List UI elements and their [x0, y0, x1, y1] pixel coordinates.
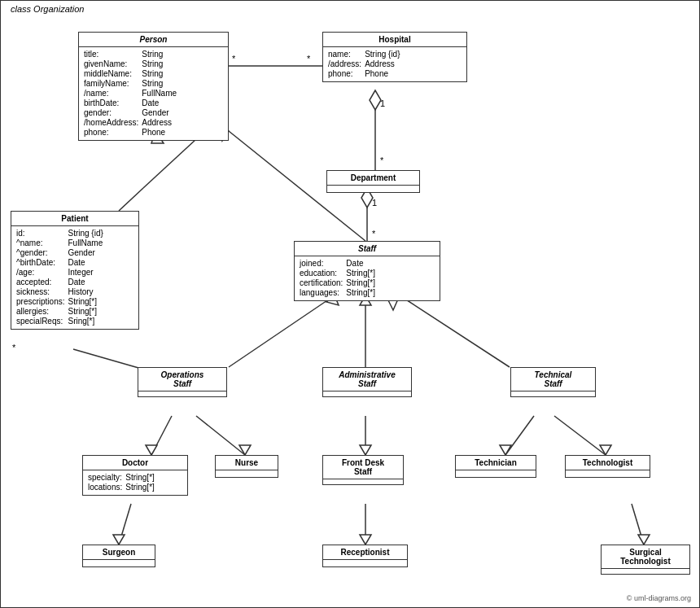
patient-header: Patient: [11, 212, 138, 226]
diagram-title: class Organization: [7, 4, 88, 14]
svg-text:*: *: [232, 54, 236, 63]
operations-staff-body: [138, 391, 226, 396]
department-class: Department: [326, 170, 420, 193]
front-desk-header: Front DeskStaff: [323, 456, 403, 479]
svg-text:*: *: [380, 155, 384, 165]
staff-header: Staff: [295, 242, 440, 256]
technical-staff-body: [511, 391, 595, 396]
nurse-body: [216, 470, 278, 477]
svg-marker-37: [638, 535, 650, 545]
staff-body: joined:Date education:String[*] certific…: [295, 256, 440, 300]
technician-class: Technician: [455, 455, 536, 478]
receptionist-class: Receptionist: [322, 545, 408, 567]
operations-staff-header: OperationsStaff: [138, 368, 226, 391]
patient-class: Patient id:String {id} ^name:FullName ^g…: [11, 211, 139, 330]
technician-body: [456, 470, 536, 477]
admin-staff-header: AdministrativeStaff: [323, 368, 411, 391]
svg-line-36: [632, 504, 644, 545]
svg-line-24: [196, 416, 245, 455]
person-header: Person: [79, 33, 228, 47]
person-body: title:String givenName:String middleName…: [79, 47, 228, 140]
svg-line-32: [119, 504, 131, 545]
svg-line-11: [119, 188, 143, 211]
patient-body: id:String {id} ^name:FullName ^gender:Ge…: [11, 226, 138, 329]
svg-marker-25: [239, 445, 251, 455]
staff-class: Staff joined:Date education:String[*] ce…: [294, 241, 440, 301]
surgeon-body: [83, 560, 155, 566]
svg-line-12: [143, 139, 196, 188]
svg-marker-23: [146, 445, 157, 455]
svg-marker-29: [500, 445, 511, 455]
hospital-header: Hospital: [323, 33, 466, 47]
svg-text:*: *: [372, 229, 376, 238]
svg-text:1: 1: [372, 198, 377, 208]
footer: © uml-diagrams.org: [627, 594, 691, 602]
svg-text:*: *: [12, 343, 16, 352]
hospital-body: name:String {id} /address:Address phone:…: [323, 47, 466, 81]
svg-line-30: [554, 416, 606, 455]
receptionist-body: [323, 560, 407, 566]
technician-header: Technician: [456, 456, 536, 470]
nurse-class: Nurse: [215, 455, 278, 478]
technologist-class: Technologist: [565, 455, 650, 478]
svg-marker-27: [360, 445, 371, 455]
front-desk-class: Front DeskStaff: [322, 455, 404, 485]
svg-line-22: [151, 416, 172, 455]
surgical-technologist-body: [602, 569, 689, 574]
doctor-header: Doctor: [83, 456, 187, 470]
person-class: Person title:String givenName:String mid…: [78, 32, 229, 141]
receptionist-header: Receptionist: [323, 545, 407, 560]
operations-staff-class: OperationsStaff: [138, 367, 227, 397]
svg-text:*: *: [307, 54, 311, 63]
svg-text:1: 1: [380, 98, 385, 108]
technical-staff-class: TechnicalStaff: [510, 367, 596, 397]
surgeon-header: Surgeon: [83, 545, 155, 560]
surgeon-class: Surgeon: [82, 545, 155, 567]
nurse-header: Nurse: [216, 456, 278, 470]
svg-line-16: [229, 295, 335, 367]
svg-marker-35: [360, 535, 371, 545]
doctor-class: Doctor specialty:String[*] locations:Str…: [82, 455, 188, 496]
svg-line-28: [505, 416, 534, 455]
department-header: Department: [327, 171, 419, 186]
doctor-body: specialty:String[*] locations:String[*]: [83, 470, 187, 495]
surgical-technologist-header: SurgicalTechnologist: [602, 545, 689, 569]
svg-marker-4: [370, 90, 381, 110]
department-body: [327, 186, 419, 192]
technologist-header: Technologist: [566, 456, 650, 470]
technical-staff-header: TechnicalStaff: [511, 368, 595, 391]
svg-marker-33: [113, 535, 125, 545]
technologist-body: [566, 470, 650, 477]
diagram-canvas: class Organization * * 1 * 1 *: [0, 0, 700, 608]
admin-staff-body: [323, 391, 411, 396]
svg-line-20: [400, 295, 510, 367]
svg-marker-31: [600, 445, 611, 455]
surgical-technologist-class: SurgicalTechnologist: [601, 545, 690, 575]
hospital-class: Hospital name:String {id} /address:Addre…: [322, 32, 467, 82]
front-desk-body: [323, 479, 403, 484]
admin-staff-class: AdministrativeStaff: [322, 367, 412, 397]
